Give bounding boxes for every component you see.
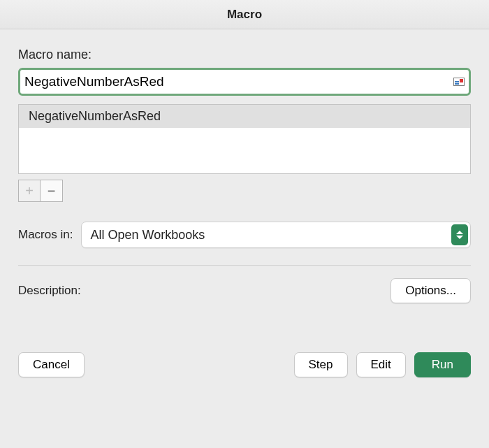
dialog-footer: Cancel Step Edit Run [0,352,489,393]
description-row: Description: Options... [18,278,471,303]
macro-name-label: Macro name: [18,48,471,62]
macros-in-value: All Open Workbooks [90,228,205,243]
macros-in-select[interactable]: All Open Workbooks [81,222,471,248]
options-button[interactable]: Options... [391,278,471,303]
chevron-up-icon [456,231,463,234]
cancel-button[interactable]: Cancel [18,352,85,377]
macros-in-select-wrap: All Open Workbooks [81,222,471,248]
description-label: Description: [18,284,81,298]
step-button[interactable]: Step [294,352,348,377]
footer-right-group: Step Edit Run [294,352,471,377]
divider [18,265,471,266]
dialog-title-text: Macro [227,8,262,22]
macros-in-label: Macros in: [18,228,73,242]
run-button[interactable]: Run [414,352,471,377]
add-button[interactable]: + [18,180,41,202]
dialog-content: Macro name: NegativeNumberAsRed + − Macr… [0,29,489,303]
chevron-down-icon [456,236,463,239]
macros-in-row: Macros in: All Open Workbooks [18,222,471,248]
macro-list[interactable]: NegativeNumberAsRed [18,104,471,174]
edit-button[interactable]: Edit [356,352,406,377]
list-controls: + − [18,180,471,202]
select-stepper-icon[interactable] [451,224,468,245]
list-item[interactable]: NegativeNumberAsRed [19,105,470,128]
dialog-title: Macro [0,0,489,29]
remove-button[interactable]: − [41,180,63,202]
macro-name-input[interactable] [23,73,453,91]
range-picker-icon[interactable] [453,78,465,86]
macro-name-field-wrap [18,68,471,96]
